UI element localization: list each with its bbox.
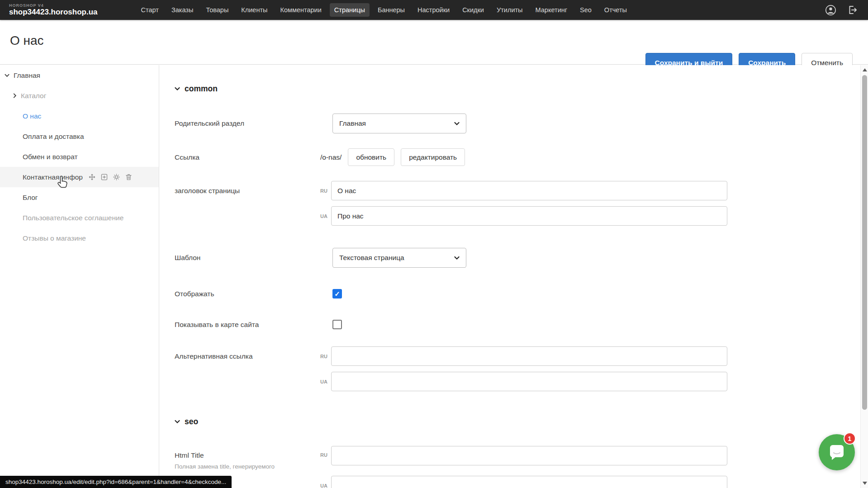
html-title-ua-input[interactable] (331, 476, 727, 488)
settings-icon[interactable] (113, 173, 121, 181)
sidebar-item-kontaktnaya[interactable]: Контактная инфор (0, 167, 159, 187)
brand[interactable]: HOROSHOP V4 shop34423.horoshop.ua (9, 4, 98, 16)
sidebar-item-oplata[interactable]: Оплата и доставка (0, 126, 159, 147)
section-seo[interactable]: seo (175, 417, 860, 426)
lang-ru-badge: RU (318, 188, 331, 194)
nav-item-banners[interactable]: Баннеры (373, 3, 409, 17)
template-value: Текстовая страница (339, 254, 404, 262)
html-title-label: Html Title (175, 451, 318, 460)
display-label: Отображать (175, 290, 318, 298)
nav-item-products[interactable]: Товары (201, 3, 233, 17)
parent-section-value: Главная (339, 119, 366, 128)
sidebar-item-label: Контактная инфор (23, 173, 83, 181)
section-seo-label: seo (185, 417, 198, 426)
sidebar-item-katalog[interactable]: Каталог (0, 85, 159, 106)
sidebar-item-label: Оплата и доставка (23, 133, 84, 141)
account-icon[interactable] (825, 4, 836, 16)
lang-ua-badge: UA (318, 213, 331, 219)
sidebar-item-label: Обмен и возврат (23, 153, 78, 161)
template-label: Шаблон (175, 254, 318, 262)
sitemap-checkbox[interactable] (332, 320, 342, 329)
lang-ua-badge: UA (318, 483, 331, 488)
link-path: /o-nas/ (320, 153, 342, 161)
nav-item-seo[interactable]: Seo (575, 3, 596, 17)
chevron-right-icon[interactable] (13, 93, 17, 98)
scroll-up-arrow-icon[interactable] (863, 68, 867, 71)
brand-domain: shop34423.horoshop.ua (9, 8, 98, 16)
logout-icon[interactable] (846, 4, 858, 16)
chevron-down-icon (454, 122, 460, 126)
sidebar-item-label: Блог (23, 194, 38, 202)
sidebar-item-label: Пользовательское соглашение (23, 214, 123, 222)
nav-item-pages[interactable]: Страницы (330, 3, 370, 17)
sidebar-item-label: Отзывы о магазине (23, 234, 86, 242)
chat-unread-badge: 1 (844, 432, 856, 445)
section-common[interactable]: common (175, 84, 860, 94)
sidebar-item-otzyvy[interactable]: Отзывы о магазине (0, 228, 159, 248)
nav-item-clients[interactable]: Клиенты (237, 3, 272, 17)
page-edit-form: common Родительский раздел Главная Ссылк… (159, 65, 860, 488)
move-icon[interactable] (88, 173, 96, 181)
page-header: О нас Сохранить и выйти Сохранить Отмени… (0, 20, 868, 65)
add-icon[interactable] (100, 173, 109, 181)
tree-item-tools (88, 173, 133, 181)
html-title-ru-input[interactable] (331, 446, 727, 465)
link-status-bar: shop34423.horoshop.ua/edit/edit.php?id=6… (0, 476, 232, 488)
page-heading-ru-input[interactable] (331, 181, 727, 200)
topnav-right (825, 4, 858, 16)
main-menu: Старт Заказы Товары Клиенты Комментарии … (137, 3, 631, 17)
chevron-down-icon (175, 87, 180, 91)
display-checkbox[interactable] (332, 289, 342, 298)
sitemap-label: Показывать в карте сайта (175, 321, 318, 329)
nav-item-marketing[interactable]: Маркетинг (531, 3, 572, 17)
lang-ru-badge: RU (318, 354, 331, 359)
sidebar-item-blog[interactable]: Блог (0, 187, 159, 208)
chevron-down-icon (454, 256, 460, 260)
nav-item-comments[interactable]: Комментарии (275, 3, 326, 17)
template-select[interactable]: Текстовая страница (332, 248, 466, 268)
screen: HOROSHOP V4 shop34423.horoshop.ua Старт … (0, 0, 868, 488)
sidebar-item-label: О нас (23, 112, 41, 120)
nav-item-start[interactable]: Старт (137, 3, 163, 17)
nav-item-reports[interactable]: Отчеты (600, 3, 631, 17)
page-heading-label: заголовок страницы (175, 187, 318, 195)
sidebar-item-polzovatelskoe[interactable]: Пользовательское соглашение (0, 208, 159, 228)
nav-item-utilities[interactable]: Утилиты (492, 3, 527, 17)
page-heading-ua-input[interactable] (331, 206, 727, 226)
alt-link-ru-input[interactable] (331, 346, 727, 366)
sidebar-item-label: Главная (14, 71, 40, 80)
alt-link-label: Альтернативная ссылка (175, 352, 318, 360)
chevron-down-icon[interactable] (5, 74, 9, 77)
nav-item-discounts[interactable]: Скидки (458, 3, 489, 17)
sidebar-item-label: Каталог (21, 92, 46, 100)
page-title: О нас (10, 33, 44, 48)
sidebar-item-obmen[interactable]: Обмен и возврат (0, 147, 159, 167)
alt-link-ua-input[interactable] (331, 372, 727, 391)
link-label: Ссылка (175, 153, 318, 161)
delete-icon[interactable] (125, 173, 133, 181)
nav-item-settings[interactable]: Настройки (413, 3, 454, 17)
html-title-hint: Полная замена title, генерируемого (175, 463, 306, 470)
nav-item-orders[interactable]: Заказы (167, 3, 198, 17)
vertical-scrollbar[interactable] (860, 65, 868, 488)
lang-ru-badge: RU (318, 446, 331, 458)
sidebar-item-glavnaya[interactable]: Главная (0, 65, 159, 85)
scrollbar-thumb[interactable] (862, 75, 867, 410)
chat-bubble-icon (827, 442, 847, 462)
sidebar-item-o-nas[interactable]: О нас (0, 106, 159, 126)
link-edit-button[interactable]: редактировать (401, 148, 465, 166)
link-update-button[interactable]: обновить (348, 148, 394, 166)
parent-section-label: Родительский раздел (175, 119, 318, 128)
top-navigation-bar: HOROSHOP V4 shop34423.horoshop.ua Старт … (0, 0, 868, 20)
section-common-label: common (185, 84, 218, 94)
lang-ua-badge: UA (318, 379, 331, 384)
chat-widget: 1 (819, 434, 855, 470)
pages-tree-sidebar: Главная Каталог О нас Оплата и доставка … (0, 65, 159, 488)
parent-section-select[interactable]: Главная (332, 114, 466, 133)
chevron-down-icon (175, 420, 180, 424)
scroll-down-arrow-icon[interactable] (863, 482, 867, 485)
